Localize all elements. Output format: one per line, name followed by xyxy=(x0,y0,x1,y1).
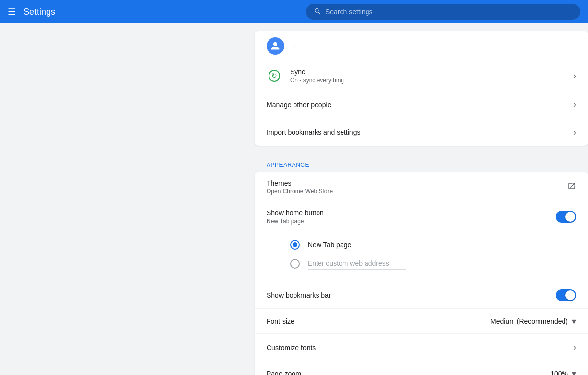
customize-fonts-chevron: › xyxy=(573,342,576,352)
import-chevron: › xyxy=(573,127,576,138)
themes-subtitle: Open Chrome Web Store xyxy=(267,188,567,195)
sync-title: Sync xyxy=(290,68,565,76)
sidebar xyxy=(0,23,127,375)
customize-fonts-text: Customize fonts xyxy=(267,344,565,352)
home-button-title: Show home button xyxy=(267,209,556,217)
bookmarks-bar-row[interactable]: Show bookmarks bar xyxy=(255,281,588,309)
home-button-options: New Tab page xyxy=(255,232,588,281)
sync-icon-container: ↻ xyxy=(267,68,282,84)
customize-fonts-title: Customize fonts xyxy=(267,344,565,352)
themes-title: Themes xyxy=(267,179,567,187)
app-header: ☰ Settings xyxy=(0,0,588,23)
radio-custom[interactable] xyxy=(290,254,576,274)
profile-row[interactable]: ··· xyxy=(255,31,588,61)
appearance-section: Appearance Themes Open Chrome Web Store xyxy=(255,154,588,375)
profile-name: ··· xyxy=(292,43,576,50)
profile-info: ··· xyxy=(292,42,576,50)
avatar xyxy=(267,37,284,55)
bookmarks-bar-title: Show bookmarks bar xyxy=(267,291,556,299)
sync-chevron: › xyxy=(573,71,576,81)
sync-text: Sync On - sync everything xyxy=(290,68,565,84)
main-layout: ··· ↻ Sync On - sync everything › xyxy=(0,0,588,375)
import-text: Import bookmarks and settings xyxy=(267,128,565,136)
font-size-row[interactable]: Font size Medium (Recommended) ▾ xyxy=(255,309,588,334)
home-button-toggle[interactable] xyxy=(556,211,576,223)
themes-external-icon xyxy=(567,182,576,192)
home-button-text: Show home button New Tab page xyxy=(267,209,556,225)
sync-subtitle: On - sync everything xyxy=(290,77,565,84)
radio-new-tab[interactable]: New Tab page xyxy=(290,236,576,254)
search-bar[interactable] xyxy=(306,4,580,20)
themes-row[interactable]: Themes Open Chrome Web Store xyxy=(255,172,588,202)
search-icon xyxy=(314,7,321,17)
manage-people-row[interactable]: Manage other people › xyxy=(255,91,588,118)
manage-people-chevron: › xyxy=(573,99,576,110)
font-size-arrow: ▾ xyxy=(572,316,576,327)
page-zoom-arrow: ▾ xyxy=(572,368,576,375)
font-size-value: Medium (Recommended) xyxy=(490,317,568,325)
page-zoom-value: 100% xyxy=(550,370,568,375)
menu-icon[interactable]: ☰ xyxy=(8,6,16,17)
search-input[interactable] xyxy=(325,8,572,16)
themes-text: Themes Open Chrome Web Store xyxy=(267,179,567,195)
page-zoom-row[interactable]: Page zoom 100% ▾ xyxy=(255,361,588,375)
sync-row[interactable]: ↻ Sync On - sync everything › xyxy=(255,61,588,91)
radio-new-tab-circle[interactable] xyxy=(290,240,300,250)
import-title: Import bookmarks and settings xyxy=(267,128,565,136)
sync-icon: ↻ xyxy=(269,70,280,82)
manage-people-title: Manage other people xyxy=(267,101,565,109)
custom-url-input[interactable] xyxy=(308,258,406,270)
appearance-card: Themes Open Chrome Web Store Show home b… xyxy=(255,172,588,375)
bookmarks-bar-toggle[interactable] xyxy=(556,289,576,301)
bookmarks-bar-text: Show bookmarks bar xyxy=(267,291,556,299)
font-size-label: Font size xyxy=(267,317,490,325)
radio-custom-circle[interactable] xyxy=(290,259,300,269)
radio-new-tab-label: New Tab page xyxy=(308,241,351,249)
app-title: Settings xyxy=(24,7,55,17)
people-card: ··· ↻ Sync On - sync everything › xyxy=(255,31,588,146)
manage-people-text: Manage other people xyxy=(267,101,565,109)
page-zoom-label: Page zoom xyxy=(267,370,550,375)
settings-content: ··· ↻ Sync On - sync everything › xyxy=(255,23,588,375)
customize-fonts-row[interactable]: Customize fonts › xyxy=(255,334,588,361)
import-row[interactable]: Import bookmarks and settings › xyxy=(255,118,588,146)
appearance-label: Appearance xyxy=(255,154,588,172)
home-button-subtitle: New Tab page xyxy=(267,218,556,225)
home-button-row[interactable]: Show home button New Tab page xyxy=(255,202,588,232)
